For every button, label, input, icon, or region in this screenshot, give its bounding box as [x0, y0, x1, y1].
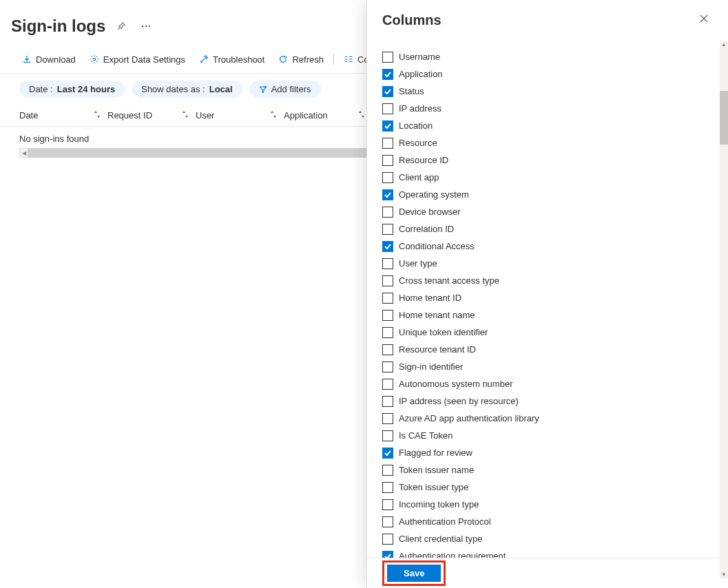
checkbox-icon — [382, 103, 393, 114]
column-checkbox-row[interactable]: Location — [382, 117, 728, 134]
column-checkbox-row[interactable]: Conditional Access — [382, 238, 728, 255]
checkbox-icon — [382, 430, 393, 441]
column-checkbox-row[interactable]: Azure AD app authentication library — [382, 410, 728, 427]
checkbox-label: Azure AD app authentication library — [399, 413, 539, 423]
checkbox-label: Autonomous system number — [399, 379, 512, 389]
export-settings-button[interactable]: Export Data Settings — [83, 50, 192, 69]
flyout-scrollbar[interactable]: ▲ ▼ — [720, 41, 728, 578]
checkbox-label: Application — [399, 69, 443, 79]
column-checkbox-row[interactable]: Token issuer name — [382, 461, 728, 479]
column-checkbox-row[interactable]: Username — [382, 48, 728, 65]
checkbox-label: Resource tenant ID — [399, 344, 476, 355]
sort-icon — [270, 110, 277, 120]
scroll-left-icon: ◀ — [21, 150, 28, 156]
checkbox-label: Username — [399, 52, 440, 62]
checkbox-icon — [382, 52, 393, 63]
col-user-label: User — [196, 110, 214, 120]
filter-date[interactable]: Date : Last 24 hours — [19, 81, 125, 98]
filter-show-dates-label: Show dates as : — [141, 84, 205, 94]
column-checkbox-row[interactable]: Home tenant ID — [382, 289, 728, 306]
columns-flyout: Columns UsernameApplicationStatusIP addr… — [366, 0, 728, 588]
filter-date-value: Last 24 hours — [57, 84, 116, 94]
checkbox-icon — [382, 482, 393, 493]
flyout-footer: Save — [367, 558, 728, 588]
save-button[interactable]: Save — [387, 565, 441, 582]
troubleshoot-button[interactable]: Troubleshoot — [192, 50, 271, 69]
checkbox-label: Unique token identifier — [399, 327, 488, 337]
checkbox-label: Incoming token type — [399, 499, 479, 510]
column-checkbox-row[interactable]: Cross tenant access type — [382, 272, 728, 289]
column-checkbox-row[interactable]: Authentication Protocol — [382, 513, 728, 530]
checkbox-label: Cross tenant access type — [399, 275, 499, 286]
checkbox-label: Home tenant ID — [399, 293, 461, 303]
pin-button[interactable] — [112, 17, 130, 35]
refresh-button[interactable]: Refresh — [271, 50, 331, 69]
add-filters-button[interactable]: Add filters — [249, 81, 321, 98]
column-checkbox-row[interactable]: Resource tenant ID — [382, 341, 728, 358]
checkbox-icon — [382, 534, 393, 545]
column-checkbox-row[interactable]: Application — [382, 65, 728, 83]
save-highlight: Save — [382, 560, 446, 586]
filter-show-dates[interactable]: Show dates as : Local — [132, 81, 242, 98]
column-checkbox-row[interactable]: Device browser — [382, 203, 728, 220]
checkbox-label: Conditional Access — [399, 241, 475, 251]
checkbox-label: Authentication requirement — [399, 551, 506, 558]
checkbox-label: Correlation ID — [399, 224, 454, 234]
add-filters-label: Add filters — [271, 84, 311, 94]
checkbox-icon — [382, 327, 393, 338]
column-checkbox-row[interactable]: Is CAE Token — [382, 427, 728, 444]
checkbox-icon — [382, 396, 393, 407]
column-checkbox-row[interactable]: Incoming token type — [382, 496, 728, 513]
column-checkbox-row[interactable]: Sign-in identifier — [382, 358, 728, 375]
page-title: Sign-in logs — [11, 17, 105, 36]
checkbox-icon — [382, 275, 393, 286]
column-checkbox-row[interactable]: IP address (seen by resource) — [382, 392, 728, 410]
column-checkbox-row[interactable]: Unique token identifier — [382, 324, 728, 341]
checkbox-icon — [382, 189, 393, 200]
checkbox-label: Token issuer name — [399, 465, 474, 475]
column-checkbox-row[interactable]: Client credential type — [382, 530, 728, 547]
more-button[interactable] — [137, 21, 155, 32]
column-checkbox-row[interactable]: Flagged for review — [382, 444, 728, 461]
flyout-header: Columns — [367, 0, 728, 36]
checkbox-label: Is CAE Token — [399, 430, 453, 441]
checkbox-label: IP address (seen by resource) — [399, 396, 519, 406]
download-button[interactable]: Download — [15, 50, 83, 69]
checkbox-label: Resource ID — [399, 155, 448, 165]
column-checkbox-row[interactable]: User type — [382, 255, 728, 272]
scroll-thumb[interactable] — [720, 91, 728, 145]
close-button[interactable] — [695, 10, 713, 30]
troubleshoot-icon — [199, 54, 209, 64]
column-checkbox-row[interactable]: Token issuer type — [382, 479, 728, 496]
checkbox-icon — [382, 293, 393, 304]
column-checkbox-row[interactable]: Resource — [382, 134, 728, 151]
column-checkbox-row[interactable]: Authentication requirement — [382, 547, 728, 558]
col-application-label: Application — [284, 110, 328, 120]
checkbox-label: IP address — [399, 103, 441, 114]
column-checkbox-row[interactable]: Status — [382, 83, 728, 100]
col-application[interactable]: Application — [284, 105, 372, 126]
checkbox-label: Flagged for review — [399, 448, 472, 458]
gear-icon — [90, 54, 99, 64]
col-request-id[interactable]: Request ID — [107, 105, 196, 126]
checkbox-label: Sign-in identifier — [399, 361, 463, 372]
refresh-label: Refresh — [292, 54, 324, 65]
column-checkbox-list: UsernameApplicationStatusIP addressLocat… — [382, 48, 728, 558]
col-date[interactable]: Date — [19, 105, 107, 126]
flyout-body: UsernameApplicationStatusIP addressLocat… — [367, 36, 728, 558]
checkbox-label: Operating system — [399, 189, 469, 200]
column-checkbox-row[interactable]: Operating system — [382, 186, 728, 203]
column-checkbox-row[interactable]: Resource ID — [382, 151, 728, 169]
column-checkbox-row[interactable]: IP address — [382, 100, 728, 117]
checkbox-label: User type — [399, 258, 437, 269]
col-user[interactable]: User — [196, 105, 284, 126]
column-checkbox-row[interactable]: Correlation ID — [382, 220, 728, 238]
checkbox-label: Status — [399, 86, 424, 96]
checkbox-label: Authentication Protocol — [399, 516, 491, 527]
scroll-up-icon: ▲ — [720, 41, 728, 48]
checkbox-icon — [382, 207, 393, 218]
column-checkbox-row[interactable]: Home tenant name — [382, 306, 728, 324]
checkbox-icon — [382, 379, 393, 390]
column-checkbox-row[interactable]: Autonomous system number — [382, 375, 728, 392]
column-checkbox-row[interactable]: Client app — [382, 169, 728, 186]
